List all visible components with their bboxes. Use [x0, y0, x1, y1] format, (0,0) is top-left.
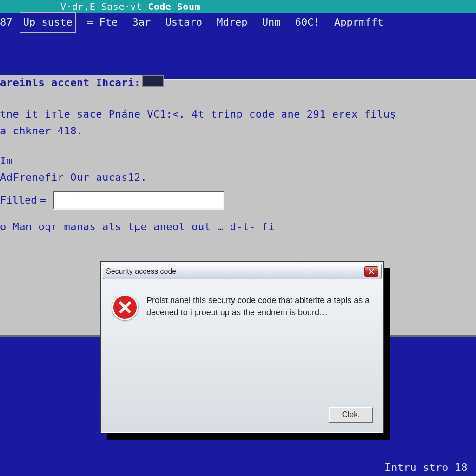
- menu-item-6[interactable]: 60C!: [293, 13, 322, 31]
- dialog-icon-wrap: [112, 294, 146, 320]
- panel-line-5: o Man oqr manas als tµe aneol out … d-t-…: [0, 220, 476, 234]
- dialog-message: Prolst nanel this securty code code that…: [146, 294, 372, 320]
- panel-line-3: Im: [0, 154, 476, 168]
- menu-item-7[interactable]: Apprmfft: [332, 13, 385, 31]
- panel-title-decoration: [142, 75, 164, 87]
- input-label: Filled: [0, 193, 37, 207]
- menu-prefix: 87: [0, 16, 13, 28]
- panel-title: areinls accent Ihcari:: [0, 75, 146, 91]
- panel-line-1: tne it iтle sace Pnáne VC1:<. 4t trinp c…: [0, 107, 476, 121]
- menu-item-3[interactable]: Ustaro: [163, 13, 204, 31]
- dialog-body: Prolst nanel this securty code code that…: [101, 281, 383, 325]
- x-icon: [369, 269, 374, 274]
- input-equals: =: [40, 193, 46, 207]
- error-icon: [112, 294, 138, 320]
- dialog-footer: Clek.: [329, 407, 373, 423]
- security-dialog: Security access code Prolst nanel this s…: [100, 261, 384, 433]
- titlebar-text-prefix: V·dr,E Sase·vt: [60, 1, 148, 12]
- panel-line-4: AdFrenefir Our aucas12.: [0, 171, 476, 185]
- code-input[interactable]: [53, 191, 224, 210]
- panel-line-2: a chkner 418.: [0, 124, 476, 138]
- menu-item-0[interactable]: Up suste: [20, 13, 75, 32]
- status-bar: Intru stro 18: [384, 462, 468, 473]
- input-row: Filled =: [0, 191, 476, 210]
- dialog-titlebar[interactable]: Security access code: [103, 264, 382, 279]
- close-icon[interactable]: [364, 266, 378, 277]
- dialog-title: Security access code: [106, 267, 364, 276]
- menu-item-4[interactable]: Mdrep: [215, 13, 249, 31]
- menu-item-5[interactable]: Unm: [260, 13, 283, 31]
- menu-item-2[interactable]: 3ar: [130, 13, 152, 31]
- dialog-ok-button[interactable]: Clek.: [329, 407, 373, 423]
- titlebar-text-bold: Code Soum: [148, 1, 200, 12]
- app-titlebar: V·dr,E Sase·vt Code Soum: [0, 0, 476, 13]
- menu-item-1[interactable]: = Fte: [85, 13, 119, 31]
- menu-bar: 87 Up suste = Fte 3ar Ustaro Mdrep Unm 6…: [0, 13, 476, 31]
